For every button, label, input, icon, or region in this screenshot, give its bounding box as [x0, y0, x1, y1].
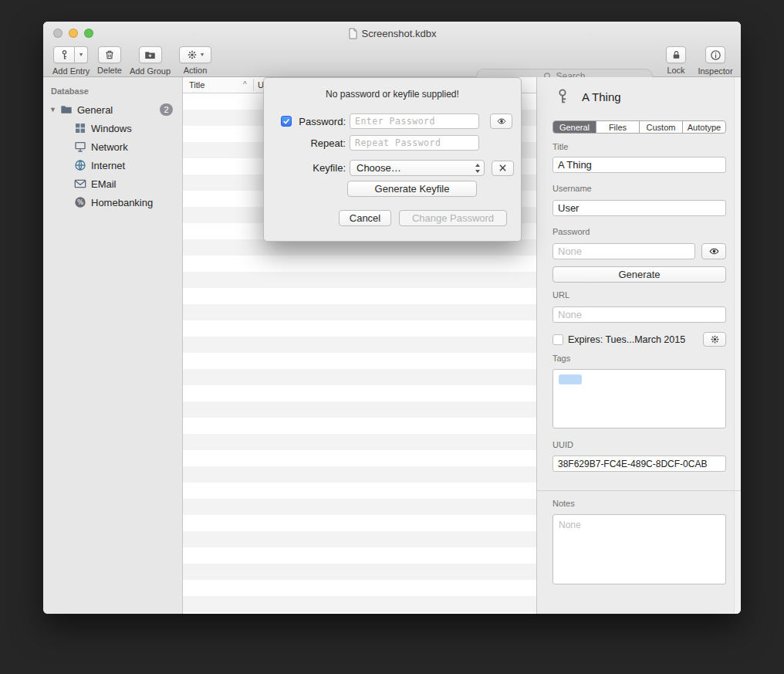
document-icon: [348, 28, 358, 39]
cancel-button[interactable]: Cancel: [339, 210, 391, 226]
url-field[interactable]: [553, 307, 726, 323]
group-label: Internet: [91, 160, 125, 171]
add-group-label: Add Group: [128, 66, 172, 76]
titlebar[interactable]: Screenshot.kdbx: [43, 22, 741, 45]
tab-general[interactable]: General: [553, 121, 596, 133]
group-label: Network: [91, 141, 128, 153]
close-icon: [498, 164, 507, 172]
windows-icon: [74, 122, 86, 134]
repeat-input[interactable]: [350, 135, 479, 151]
add-entry-dropdown[interactable]: ▾: [75, 46, 88, 63]
gear-icon: [187, 49, 198, 60]
sort-ascending-icon: ^: [243, 80, 247, 89]
sidebar-item-general[interactable]: ▼ General 2: [43, 100, 182, 119]
add-group-button[interactable]: [139, 46, 162, 63]
notes-placeholder: None: [553, 515, 725, 535]
app-window: Screenshot.kdbx ▾ Add Entry Delete: [43, 22, 741, 614]
delete-button[interactable]: [98, 46, 121, 63]
network-icon: [74, 141, 86, 153]
sidebar-item-network[interactable]: Network: [43, 137, 182, 156]
disclosure-triangle-icon[interactable]: ▼: [49, 106, 60, 113]
keyfile-select[interactable]: Choose…: [350, 160, 485, 176]
password-checkbox[interactable]: [281, 116, 292, 127]
dialog-message: No password or keyfile supplied!: [264, 89, 521, 100]
sidebar: Database ▼ General 2 Windows Network Int…: [43, 77, 183, 614]
column-divider[interactable]: [253, 79, 254, 91]
percent-coin-icon: %: [74, 196, 86, 208]
notes-box[interactable]: None: [553, 514, 726, 584]
tab-custom[interactable]: Custom: [640, 121, 683, 133]
expires-settings-button[interactable]: [703, 332, 726, 347]
password-field[interactable]: [553, 243, 695, 259]
tags-label: Tags: [553, 354, 570, 363]
inspector-button[interactable]: [705, 46, 725, 63]
sidebar-item-homebanking[interactable]: % Homebanking: [43, 193, 182, 212]
envelope-icon: [74, 178, 86, 190]
column-header-title[interactable]: Title: [189, 80, 204, 90]
password-input[interactable]: [350, 113, 479, 129]
globe-icon: [74, 159, 86, 171]
reveal-password-button[interactable]: [490, 113, 512, 129]
folder-icon: [60, 103, 73, 116]
password-field-label: Password: [553, 227, 590, 236]
window-title: Screenshot.kdbx: [362, 28, 437, 39]
repeat-label: Repeat:: [296, 137, 346, 149]
expires-label: Expires: Tues...March 2015: [568, 334, 685, 345]
keyfile-label: Keyfile:: [296, 162, 346, 174]
delete-label: Delete: [97, 66, 122, 75]
url-field-label: URL: [553, 290, 569, 300]
generate-keyfile-button[interactable]: Generate Keyfile: [347, 181, 477, 197]
tab-files[interactable]: Files: [596, 121, 640, 133]
tag-pill[interactable]: [559, 374, 582, 384]
username-field[interactable]: [553, 200, 726, 216]
eye-icon: [708, 246, 721, 256]
key-icon: [554, 86, 571, 107]
password-label: Password:: [296, 116, 346, 127]
toolbar: ▾ Add Entry Delete Add Group: [43, 45, 741, 77]
tags-box[interactable]: [553, 369, 726, 428]
title-field[interactable]: [553, 157, 726, 173]
title-field-label: Title: [553, 142, 568, 151]
tab-autotype[interactable]: Autotype: [683, 121, 725, 133]
add-entry-label: Add Entry: [52, 66, 89, 76]
group-label: EMail: [91, 178, 117, 190]
sidebar-item-windows[interactable]: Windows: [43, 119, 182, 137]
change-password-button[interactable]: Change Password: [399, 210, 507, 226]
uuid-field[interactable]: [553, 456, 726, 472]
reveal-password-button[interactable]: [701, 243, 726, 259]
inspector-scrollbar[interactable]: [734, 77, 741, 614]
lock-icon: [671, 50, 681, 60]
add-entry-button[interactable]: [53, 46, 75, 63]
eye-icon: [495, 117, 508, 126]
window-chrome: Screenshot.kdbx ▾ Add Entry Delete: [43, 22, 741, 77]
generate-password-button[interactable]: Generate: [553, 266, 726, 283]
sidebar-item-email[interactable]: EMail: [43, 174, 182, 193]
gear-icon: [710, 334, 720, 344]
chevron-down-icon: ▾: [79, 52, 83, 58]
sidebar-item-internet[interactable]: Internet: [43, 156, 182, 174]
stepper-icon: [475, 163, 481, 174]
chevron-down-icon: ▾: [201, 52, 204, 58]
username-field-label: Username: [553, 184, 592, 193]
lock-label: Lock: [665, 66, 687, 75]
inspector-tabs: General Files Custom Autotype: [553, 120, 726, 134]
action-button[interactable]: ▾: [179, 46, 211, 63]
expires-checkbox[interactable]: [553, 334, 563, 345]
clear-keyfile-button[interactable]: [492, 161, 514, 176]
lock-button[interactable]: [666, 46, 686, 63]
sidebar-header: Database: [43, 77, 182, 100]
group-label: Homebanking: [91, 197, 153, 208]
window-title-wrap: Screenshot.kdbx: [43, 22, 741, 45]
entry-title: A Thing: [582, 90, 621, 103]
section-divider: [537, 490, 741, 491]
entry-count-badge: 2: [160, 103, 173, 116]
change-password-dialog: No password or keyfile supplied! Passwor…: [263, 77, 522, 242]
notes-label: Notes: [553, 499, 575, 508]
info-icon: [710, 49, 721, 61]
check-icon: [282, 117, 290, 125]
trash-icon: [104, 49, 115, 60]
group-label: General: [77, 104, 113, 116]
uuid-label: UUID: [553, 440, 573, 449]
action-label: Action: [178, 66, 212, 75]
keyfile-select-value: Choose…: [357, 162, 401, 174]
